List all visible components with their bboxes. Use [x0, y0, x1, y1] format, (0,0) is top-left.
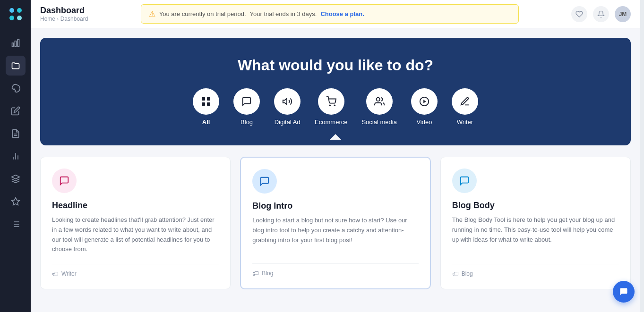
category-icons: All Blog [50, 88, 621, 126]
category-blog-label: Blog [240, 118, 253, 126]
hero-section: What would you like to do? All [40, 38, 631, 145]
card-blog-body-tag: Blog [462, 270, 473, 277]
chat-button[interactable] [613, 281, 635, 303]
svg-point-24 [329, 105, 330, 106]
svg-rect-21 [202, 102, 205, 106]
sidebar-item-star[interactable] [6, 192, 26, 211]
category-social-media[interactable]: Social media [361, 88, 396, 126]
category-all-icon [193, 88, 219, 115]
sidebar-item-layers[interactable] [6, 169, 26, 189]
card-blog-intro-icon [252, 169, 277, 194]
scrollbar[interactable] [640, 0, 644, 312]
page-title: Dashboard [40, 6, 88, 16]
card-blog-intro[interactable]: Blog Intro Looking to start a blog but n… [240, 157, 430, 289]
category-digital-ad-icon [274, 88, 301, 115]
category-digital-ad-label: Digital Ad [275, 118, 301, 126]
category-writer-icon [452, 88, 478, 115]
category-social-media-label: Social media [361, 118, 396, 126]
sidebar-item-document[interactable] [6, 124, 26, 143]
breadcrumb-current: Dashboard [60, 16, 88, 22]
svg-point-3 [17, 16, 22, 20]
header: Dashboard Home › Dashboard ⚠ You are cur… [31, 0, 640, 28]
category-ecommerce-icon [318, 88, 344, 115]
card-blog-body-icon [452, 169, 477, 193]
trial-days-text: Your trial ends in 3 days. [250, 10, 317, 17]
card-blog-intro-desc: Looking to start a blog but not sure how… [252, 216, 418, 254]
hero-heading: What would you like to do? [50, 57, 621, 74]
svg-rect-6 [17, 40, 19, 47]
category-blog[interactable]: Blog [233, 88, 260, 126]
tag-icon: 🏷 [52, 270, 59, 278]
tag-icon-3: 🏷 [452, 270, 459, 278]
header-right: JM [571, 6, 631, 22]
main-content: Dashboard Home › Dashboard ⚠ You are cur… [31, 0, 640, 312]
warning-icon: ⚠ [149, 9, 155, 18]
content-area: What would you like to do? All [31, 28, 640, 312]
svg-rect-22 [207, 102, 210, 106]
tag-icon-2: 🏷 [252, 270, 259, 277]
svg-marker-28 [423, 100, 426, 103]
header-left: Dashboard Home › Dashboard [40, 6, 88, 22]
category-video-label: Video [416, 118, 432, 126]
card-blog-intro-tag: Blog [262, 270, 273, 277]
trial-banner: ⚠ You are currently on trial period. You… [141, 4, 519, 24]
breadcrumb-sep: › [57, 16, 59, 22]
category-ecommerce[interactable]: Ecommerce [315, 88, 347, 126]
sidebar-item-folders[interactable] [6, 56, 26, 76]
sidebar [0, 0, 31, 312]
card-headline-desc: Looking to create headlines that'll grab… [52, 215, 219, 254]
svg-point-0 [9, 8, 14, 13]
category-digital-ad[interactable]: Digital Ad [274, 88, 301, 126]
category-blog-icon [233, 88, 260, 115]
card-blog-intro-title: Blog Intro [252, 201, 418, 211]
category-all[interactable]: All [193, 88, 219, 126]
category-video[interactable]: Video [411, 88, 438, 126]
sidebar-item-chart[interactable] [6, 146, 26, 166]
breadcrumb-home[interactable]: Home [40, 16, 55, 22]
svg-point-2 [9, 16, 14, 20]
svg-point-25 [334, 105, 335, 106]
card-headline[interactable]: Headline Looking to create headlines tha… [40, 157, 231, 289]
card-blog-body[interactable]: Blog Body The Blog Body Tool is here to … [440, 157, 631, 289]
cards-grid: Headline Looking to create headlines tha… [40, 157, 631, 289]
notifications-button[interactable] [593, 6, 609, 22]
svg-point-1 [17, 8, 22, 13]
sidebar-item-analytics[interactable] [6, 33, 26, 53]
category-all-label: All [202, 118, 210, 126]
category-social-media-icon [366, 88, 393, 115]
svg-rect-4 [12, 43, 13, 47]
sidebar-item-edit[interactable] [6, 101, 26, 121]
card-headline-title: Headline [52, 201, 219, 211]
card-headline-footer: 🏷 Writer [52, 264, 219, 278]
card-headline-tag: Writer [61, 270, 77, 277]
category-writer[interactable]: Writer [452, 88, 478, 126]
trial-message: You are currently on trial period. [159, 10, 246, 17]
svg-point-26 [376, 98, 379, 101]
card-blog-intro-footer: 🏷 Blog [252, 263, 418, 277]
card-blog-body-desc: The Blog Body Tool is here to help you g… [452, 215, 619, 254]
svg-rect-19 [202, 97, 205, 101]
sidebar-item-list[interactable] [6, 214, 26, 234]
category-ecommerce-label: Ecommerce [315, 118, 347, 126]
category-video-icon [411, 88, 438, 115]
sidebar-item-rocket[interactable] [6, 78, 26, 98]
svg-rect-5 [15, 41, 16, 47]
card-blog-body-title: Blog Body [452, 201, 619, 211]
choose-plan-link[interactable]: Choose a plan. [320, 10, 364, 17]
card-blog-body-footer: 🏷 Blog [452, 264, 619, 278]
category-writer-label: Writer [457, 118, 473, 126]
svg-marker-12 [11, 198, 19, 205]
svg-marker-23 [283, 99, 287, 105]
breadcrumb: Home › Dashboard [40, 16, 88, 22]
svg-rect-20 [207, 97, 210, 101]
card-headline-icon [52, 169, 77, 193]
sidebar-logo [6, 5, 25, 24]
heart-button[interactable] [571, 6, 587, 22]
avatar[interactable]: JM [615, 6, 631, 22]
